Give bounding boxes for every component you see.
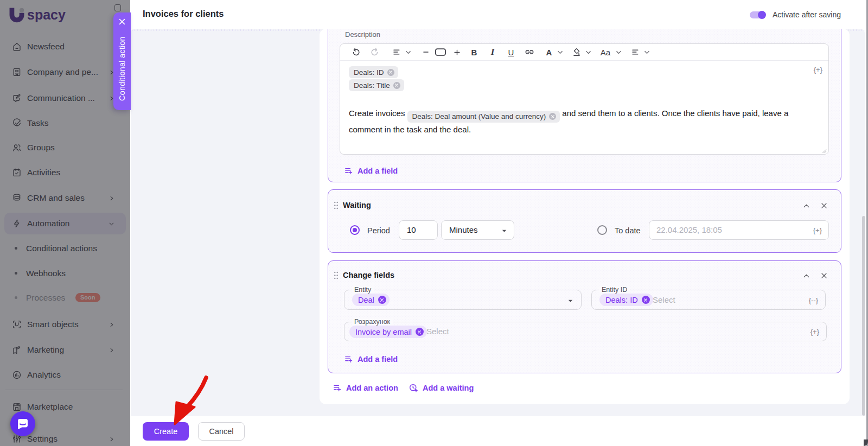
collapse-icon[interactable] [803,202,810,209]
chip-remove-icon[interactable] [549,113,556,120]
text-size-icon[interactable]: Aa [597,46,614,59]
drawer-footer: Create Cancel [130,416,866,446]
clock-plus-icon [409,383,418,393]
actions-panel: Description B I U A [320,29,850,404]
conditional-action-drawer: Invoices for clients Activate after savi… [130,0,866,446]
automation-title: Invoices for clients [143,9,224,19]
period-radio[interactable] [350,225,360,235]
chip-remove-icon[interactable] [642,296,650,304]
chip-remove-icon[interactable] [387,69,394,76]
card-title: Waiting [343,201,371,209]
underline-icon[interactable]: U [502,46,520,59]
playlist-add-icon [344,166,353,175]
undo-icon[interactable] [347,46,365,59]
font-color-icon[interactable]: A [543,46,555,59]
insert-token-button[interactable]: {--} [809,296,818,304]
playlist-add-icon [344,354,353,364]
card-title: Change fields [343,271,394,279]
description-text: Create invoices Deals: Deal amount (Valu… [349,106,820,136]
drawer-header: Invoices for clients Activate after savi… [130,0,866,29]
bold-icon[interactable]: B [465,46,483,59]
chevron-down-icon[interactable] [642,46,652,59]
todate-input[interactable]: 22.04.2025, 18:05 {+} [649,220,829,240]
editor-toolbar: B I U A Aa [340,44,828,61]
chat-widget-button[interactable] [10,411,35,436]
field-chip: Deals: ID [349,66,398,78]
close-icon[interactable] [820,272,828,279]
entity-id-chip: Deals: ID [599,294,653,306]
plus-icon[interactable] [449,46,465,59]
collapse-icon[interactable] [803,272,810,279]
activate-toggle[interactable] [750,11,765,18]
insert-token-button[interactable]: {+} [814,66,822,74]
caret-down-icon [501,228,507,234]
tab-label: Conditional action [113,31,131,107]
insert-token-button[interactable]: {+} [813,226,822,234]
waiting-card: Waiting Period 10 Minutes To date 22.04.… [328,189,841,253]
entity-select[interactable]: Entity Deal [344,290,582,310]
chip-remove-icon[interactable] [378,296,386,304]
drag-handle-icon[interactable] [334,271,339,279]
todate-radio[interactable] [597,225,607,235]
todate-label: To date [615,226,641,235]
resize-handle-icon[interactable] [821,148,827,154]
invoice-chip: Invoice by email [349,326,427,338]
caret-down-icon [567,298,573,304]
entity-id-select[interactable]: Entity ID Deals: ID Select {--} [591,290,826,310]
playlist-add-icon [333,383,342,392]
drag-handle-icon[interactable] [334,201,339,209]
close-icon[interactable] [820,202,828,209]
italic-icon[interactable]: I [483,46,502,59]
period-label: Period [367,226,390,235]
drawer-body: Description B I U A [130,29,866,416]
annotation-arrow [163,369,228,434]
add-field-link[interactable]: Add a field [344,166,398,175]
rich-text-editor[interactable]: B I U A Aa Deals: ID [340,43,829,155]
field-chip: Deals: Title [349,79,404,91]
conditional-action-tab[interactable]: Conditional action [113,12,131,110]
add-action-link[interactable]: Add an action [333,383,398,392]
period-unit-select[interactable]: Minutes [441,220,514,240]
minus-icon[interactable] [419,46,432,59]
add-waiting-link[interactable]: Add a waiting [409,383,474,393]
entity-chip: Deal [352,294,390,306]
link-icon[interactable] [520,46,539,59]
toggle-knob [758,11,766,19]
insert-token-button[interactable]: {+} [810,328,819,336]
chevron-down-icon[interactable] [403,46,413,59]
align-icon[interactable] [630,46,642,59]
custom-field-select[interactable]: Розрахунок Invoice by email Select {+} [344,322,827,341]
window-right-edge [866,0,868,446]
chip-remove-icon[interactable] [393,82,400,89]
border-box-icon[interactable] [432,46,449,59]
period-value-input[interactable]: 10 [399,220,438,240]
activate-toggle-label: Activate after saving [773,10,841,19]
editor-content[interactable]: Deals: ID Deals: Title Create invoices D… [340,61,828,155]
scrollbar-thumb[interactable] [862,216,865,416]
description-label: Description [345,30,380,39]
chevron-down-icon[interactable] [555,46,565,59]
change-fields-card: Change fields Entity Deal Entity ID Deal… [328,260,841,373]
chat-bubble-icon [16,417,29,430]
field-chip: Deals: Deal amount (Value and currency) [407,111,560,123]
chip-remove-icon[interactable] [416,328,424,336]
paragraph-format-icon[interactable] [391,46,403,59]
highlight-color-icon[interactable] [570,46,583,59]
close-icon[interactable] [118,18,126,26]
chevron-down-icon[interactable] [583,46,593,59]
redo-icon[interactable] [365,46,384,59]
modal-backdrop[interactable] [0,0,130,446]
task-description-card: Description B I U A [328,29,841,182]
chevron-down-icon[interactable] [614,46,623,59]
add-field-link[interactable]: Add a field [344,354,398,364]
